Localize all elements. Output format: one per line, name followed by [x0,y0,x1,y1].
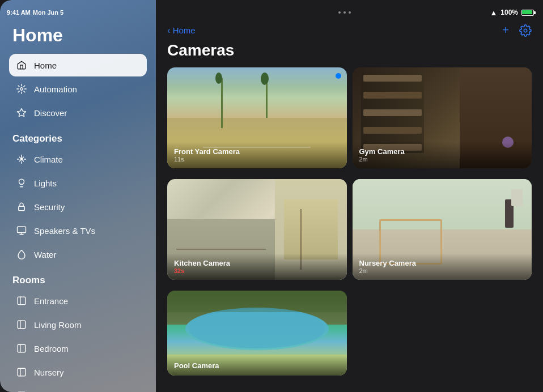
camera-card-gym[interactable]: Gym Camera 2m [353,67,532,168]
menu-dot-3 [349,11,351,14]
menu-dot-1 [338,11,341,14]
camera-time-gym: 2m [359,156,525,163]
room-bedroom-icon [16,343,27,354]
sidebar-item-nursery-label: Nursery [34,368,64,377]
sidebar-item-speakers-label: Speakers & TVs [34,226,95,236]
camera-name-front-yard: Front Yard Camera [174,147,340,156]
camera-overlay-pool: Pool Camera [167,356,347,376]
camera-grid: Front Yard Camera 11s Gym Camera [156,67,543,392]
camera-name-gym: Gym Camera [359,147,525,156]
nav-actions: + [502,24,532,37]
camera-overlay-nursery: Nursery Camera 2m [353,253,532,280]
sidebar-item-kitchen[interactable]: Kitchen [9,385,147,392]
camera-overlay-gym: Gym Camera 2m [353,142,532,168]
sidebar-item-water-label: Water [34,250,56,259]
sidebar-item-automation[interactable]: Automation [9,78,147,100]
camera-card-nursery[interactable]: Nursery Camera 2m [353,179,532,280]
sidebar-item-security[interactable]: Security [9,195,147,218]
top-bar-center [338,11,351,14]
camera-name-pool: Pool Camera [174,361,340,370]
back-label: Home [173,25,196,35]
camera-overlay-kitchen: Kitchen Camera 32s [167,253,347,280]
sidebar-item-speakers[interactable]: Speakers & TVs [9,219,147,242]
add-button[interactable]: + [502,24,509,37]
sidebar-item-security-label: Security [34,202,65,212]
water-icon [16,249,27,260]
discover-icon [16,107,27,118]
sidebar-item-discover[interactable]: Discover [9,101,147,124]
sidebar-item-bedroom-label: Bedroom [34,344,69,353]
svg-rect-8 [18,368,26,376]
camera-card-front-yard[interactable]: Front Yard Camera 11s [167,67,347,168]
sidebar-item-climate-label: Climate [34,155,63,164]
svg-marker-1 [18,109,26,117]
climate-icon [16,154,27,165]
categories-header: Categories [9,133,147,144]
camera-overlay-front-yard: Front Yard Camera 11s [167,142,347,168]
back-button[interactable]: ‹ Home [167,25,196,36]
sidebar-item-automation-label: Automation [34,84,77,94]
sidebar-item-bedroom[interactable]: Bedroom [9,337,147,360]
nav-bar: ‹ Home + [156,20,543,41]
camera-time-nursery: 2m [359,267,525,274]
sidebar: 9:41 AM Mon Jun 5 Home Home Automation D… [0,0,156,392]
status-time: 9:41 AM [7,9,31,16]
main-top-bar: ▲ 100% [156,5,543,20]
sidebar-item-water[interactable]: Water [9,243,147,266]
camera-name-nursery: Nursery Camera [359,259,525,267]
svg-point-10 [524,29,527,32]
svg-rect-4 [18,227,26,233]
sidebar-item-living-room-label: Living Room [34,320,81,330]
sidebar-item-home[interactable]: Home [9,54,147,76]
room-entrance-icon [16,295,27,306]
automation-icon [16,83,27,95]
sidebar-item-home-label: Home [34,61,57,70]
sidebar-title: Home [9,25,147,46]
status-date: Mon Jun 5 [33,9,63,16]
camera-time-front-yard: 11s [174,156,340,163]
page-title: Cameras [156,41,543,67]
battery-fill [522,10,532,14]
sidebar-item-living-room[interactable]: Living Room [9,313,147,336]
svg-rect-5 [18,297,26,305]
speakers-icon [16,225,27,236]
sidebar-item-lights-label: Lights [34,178,57,188]
main-content: ▲ 100% ‹ Home + Cameras [156,0,543,392]
menu-dot-2 [343,11,346,14]
camera-time-kitchen: 32s [174,267,340,274]
rooms-header: Rooms [9,275,147,286]
room-nursery-icon [16,367,27,378]
top-bar-right: ▲ 100% [490,8,534,17]
svg-rect-6 [18,321,26,329]
room-living-icon [16,319,27,330]
sidebar-item-climate[interactable]: Climate [9,148,147,171]
home-icon [16,59,27,71]
sidebar-content: Home Home Automation Discover Categories [0,20,156,392]
sidebar-item-entrance-label: Entrance [34,296,68,306]
camera-card-pool[interactable]: Pool Camera [167,291,347,376]
camera-card-kitchen[interactable]: Kitchen Camera 32s [167,179,347,280]
svg-rect-3 [19,206,25,211]
settings-button[interactable] [519,24,532,37]
sidebar-status-bar: 9:41 AM Mon Jun 5 [0,5,156,20]
security-icon [16,201,27,212]
sidebar-item-nursery[interactable]: Nursery [9,361,147,384]
back-chevron-icon: ‹ [167,25,171,36]
battery-icon [521,10,534,16]
svg-point-0 [20,88,23,91]
battery-percent: 100% [500,8,518,16]
sidebar-item-discover-label: Discover [34,108,67,118]
wifi-icon: ▲ [490,8,497,17]
svg-rect-7 [18,344,26,352]
lights-icon [16,177,27,189]
sidebar-item-entrance[interactable]: Entrance [9,289,147,312]
sidebar-item-lights[interactable]: Lights [9,172,147,194]
camera-name-kitchen: Kitchen Camera [174,259,340,267]
